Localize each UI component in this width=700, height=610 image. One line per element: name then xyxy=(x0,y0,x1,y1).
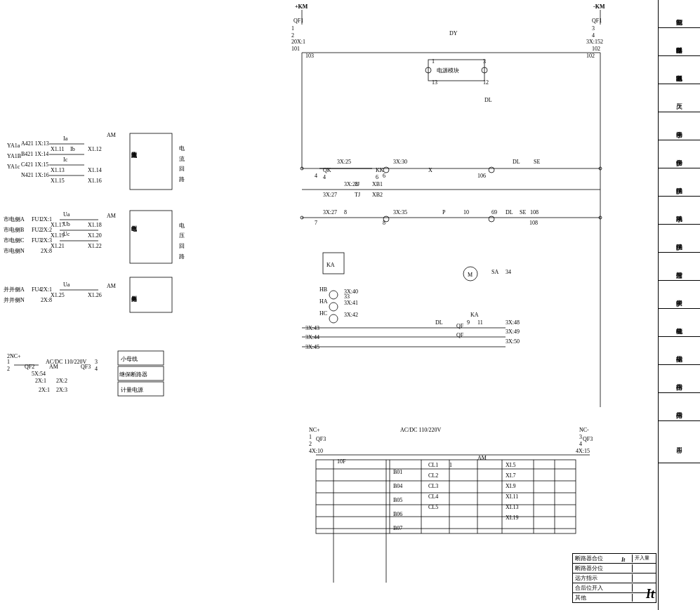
svg-rect-90 xyxy=(130,277,172,312)
svg-point-154 xyxy=(329,303,338,311)
svg-text:QF3: QF3 xyxy=(316,436,326,442)
annotation-row-3: 远方指示 xyxy=(573,573,656,583)
svg-text:69: 69 xyxy=(491,209,497,216)
annotation-label-1: 断路器合位 xyxy=(575,555,633,562)
sidebar-item-control-power: 控制电源 xyxy=(659,0,700,28)
svg-text:Ia: Ia xyxy=(63,135,68,142)
svg-text:3X:30: 3X:30 xyxy=(393,159,407,165)
sidebar-item-manual-trip: 手动跳闸 xyxy=(659,197,700,225)
svg-text:10: 10 xyxy=(463,209,469,216)
svg-text:3: 3 xyxy=(579,434,582,440)
svg-text:3X:45: 3X:45 xyxy=(305,344,319,350)
svg-text:并并侧A: 并并侧A xyxy=(4,286,25,293)
svg-text:4: 4 xyxy=(95,366,98,372)
svg-point-224 xyxy=(489,216,494,222)
svg-text:Ic: Ic xyxy=(63,157,68,163)
svg-text:HA: HA xyxy=(319,298,328,305)
svg-text:6: 6 xyxy=(383,173,385,179)
svg-point-222 xyxy=(489,167,494,173)
annotation-row-5: 其他 xyxy=(573,593,656,602)
svg-text:12: 12 xyxy=(483,79,489,86)
svg-text:QF1: QF1 xyxy=(592,18,602,24)
svg-text:102: 102 xyxy=(586,53,595,59)
svg-text:QF: QF xyxy=(456,323,464,329)
svg-text:X1.14: X1.14 xyxy=(88,167,102,173)
it-label: It xyxy=(646,587,654,602)
svg-text:XI.19: XI.19 xyxy=(506,515,518,521)
svg-text:AM: AM xyxy=(107,213,116,219)
svg-text:DY: DY xyxy=(449,30,458,37)
main-container: 控制电源 继保断路器 断路器电源 欠压 手动合闸 保护合闸 保护跳闸 手动跳闸 … xyxy=(0,0,700,610)
svg-text:AM: AM xyxy=(477,455,487,461)
sidebar-item-close-indicator: 合闸指示 xyxy=(659,365,700,393)
svg-text:XI.5: XI.5 xyxy=(506,462,515,468)
svg-text:4: 4 xyxy=(592,32,595,39)
svg-text:2: 2 xyxy=(309,441,312,447)
svg-text:QF1: QF1 xyxy=(293,18,303,24)
svg-text:3X:152: 3X:152 xyxy=(586,39,603,45)
svg-text:AM: AM xyxy=(107,132,116,138)
svg-text:4: 4 xyxy=(315,173,317,179)
svg-text:X1.16: X1.16 xyxy=(88,178,102,184)
svg-text:2X:8: 2X:8 xyxy=(41,297,52,303)
svg-text:Ub: Ub xyxy=(63,221,70,227)
svg-text:NC-: NC- xyxy=(579,427,589,433)
svg-text:108: 108 xyxy=(530,209,539,216)
sidebar-item-protect-trip2: 保护跳闸 xyxy=(659,225,700,253)
svg-text:4X:15: 4X:15 xyxy=(576,448,590,454)
svg-text:CL3: CL3 xyxy=(428,483,438,489)
svg-point-157 xyxy=(329,314,338,323)
svg-text:DL: DL xyxy=(513,159,520,165)
svg-text:3X:43: 3X:43 xyxy=(305,325,319,331)
svg-text:并并侧电压: 并并侧电压 xyxy=(131,296,137,303)
svg-text:2: 2 xyxy=(7,366,10,372)
sidebar-item-manual-close: 手动合闸 xyxy=(659,112,700,140)
svg-text:1: 1 xyxy=(291,25,294,32)
diagram-area: text { font-family: 'SimSun', serif; fon… xyxy=(0,0,658,610)
annotation-type-1: 开入量 xyxy=(633,555,654,562)
svg-text:5X:54: 5X:54 xyxy=(32,371,46,377)
svg-text:QF: QF xyxy=(456,332,464,338)
svg-text:YA1c: YA1c xyxy=(7,164,20,170)
sidebar-item-breaker-power: 断路器电源 xyxy=(659,56,700,84)
svg-text:B05: B05 xyxy=(393,497,402,503)
svg-text:106: 106 xyxy=(477,173,486,179)
svg-text:13: 13 xyxy=(432,79,437,86)
svg-text:2X:1: 2X:1 xyxy=(35,378,46,384)
svg-text:YA1B: YA1B xyxy=(7,153,21,159)
annotation-box: 断路器合位 开入量 断路器分位 远方指示 合后位开入 其他 xyxy=(572,553,656,603)
svg-text:8: 8 xyxy=(383,220,385,226)
svg-rect-213 xyxy=(316,460,576,533)
svg-text:QK: QK xyxy=(323,167,331,173)
svg-text:4: 4 xyxy=(579,441,582,447)
svg-text:测量电流输入: 测量电流输入 xyxy=(131,152,137,159)
sidebar-item-spare: 备用 xyxy=(659,421,700,463)
sidebar-item-relay-breaker: 继保断路器 xyxy=(659,28,700,56)
svg-text:108: 108 xyxy=(529,220,538,226)
svg-text:3X:28: 3X:28 xyxy=(344,181,358,187)
svg-text:3X:27: 3X:27 xyxy=(323,192,337,198)
svg-text:3: 3 xyxy=(483,58,486,65)
svg-text:X1.22: X1.22 xyxy=(88,243,102,249)
right-sidebar: 控制电源 继保断路器 断路器电源 欠压 手动合闸 保护合闸 保护跳闸 手动跳闸 … xyxy=(658,0,700,610)
svg-text:继保断路器: 继保断路器 xyxy=(119,371,147,378)
svg-text:3: 3 xyxy=(592,25,595,32)
svg-text:10F: 10F xyxy=(337,458,346,465)
svg-text:QF2: QF2 xyxy=(25,364,34,370)
circuit-diagram: text { font-family: 'SimSun', serif; fon… xyxy=(0,0,658,610)
svg-text:3X:41: 3X:41 xyxy=(344,300,358,306)
svg-rect-46 xyxy=(130,133,172,190)
svg-text:20X:1: 20X:1 xyxy=(291,39,305,45)
svg-text:回: 回 xyxy=(179,166,185,171)
svg-text:HB: HB xyxy=(319,286,327,293)
svg-text:电: 电 xyxy=(179,145,185,151)
svg-text:2: 2 xyxy=(291,32,294,39)
svg-text:SA: SA xyxy=(491,269,498,275)
sidebar-item-store-motor: 储能电机 xyxy=(659,309,700,337)
svg-text:XI.11: XI.11 xyxy=(506,493,518,500)
annotation-label-4: 合后位开入 xyxy=(575,584,633,592)
svg-text:3X:25: 3X:25 xyxy=(337,159,351,165)
svg-text:Ib: Ib xyxy=(70,146,75,152)
svg-text:2X:1: 2X:1 xyxy=(39,387,50,393)
svg-text:回: 回 xyxy=(179,243,185,248)
